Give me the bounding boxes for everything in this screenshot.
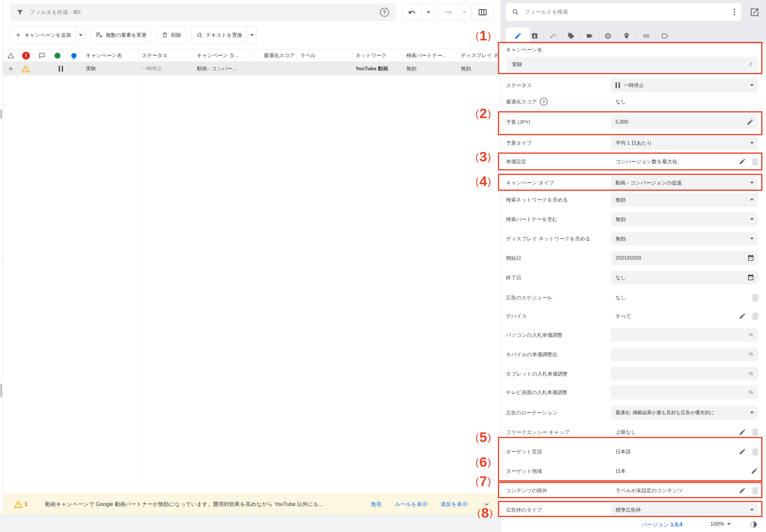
theme-toggle-button[interactable] bbox=[749, 519, 759, 530]
add-campaign-button[interactable]: キャンペーンを追加 bbox=[10, 32, 76, 39]
search-network-dropdown[interactable]: 無効 bbox=[611, 193, 758, 207]
column-campaign-type[interactable]: キャンペーン タ... bbox=[197, 49, 239, 62]
active-column-icon[interactable] bbox=[54, 49, 60, 62]
edit-frequency-cap-button[interactable] bbox=[739, 429, 746, 436]
ad-rotation-label: 広告のローテーション bbox=[506, 409, 558, 416]
end-date-input[interactable]: なし bbox=[611, 271, 758, 284]
edit-budget-button[interactable] bbox=[747, 118, 754, 126]
budget-input[interactable]: 5,000 bbox=[611, 115, 758, 129]
campaign-row[interactable]: 実験 一時停止 動画 - コンバー... YouTube 動画 無効 無効 bbox=[3, 62, 498, 75]
display-network-dropdown[interactable]: 無効 bbox=[611, 232, 758, 246]
budget-value: 5,000 bbox=[616, 119, 628, 125]
edit-target-location-button[interactable] bbox=[751, 467, 758, 475]
annotation-number-5: (5) bbox=[471, 430, 496, 444]
search-partners-dropdown[interactable]: 無効 bbox=[611, 212, 758, 226]
column-display-network[interactable]: ディスプレイ ネ bbox=[461, 49, 499, 62]
column-search-partners[interactable]: 検索パートナー... bbox=[406, 49, 447, 62]
help-icon[interactable]: ? bbox=[380, 8, 389, 17]
content-exclusions-value: ラベルが未設定のコンテンツ bbox=[611, 484, 758, 497]
edit-target-language-button[interactable] bbox=[739, 448, 746, 455]
tab-label-outline[interactable] bbox=[661, 32, 668, 39]
add-row-icon[interactable] bbox=[7, 62, 14, 75]
row-campaign-type[interactable]: 動画 - コンバー... bbox=[197, 62, 236, 75]
row-display-network[interactable]: 無効 bbox=[461, 62, 471, 75]
error-column-icon[interactable]: ! bbox=[22, 49, 30, 62]
pencil-icon bbox=[747, 118, 754, 126]
tv-bid-input[interactable] bbox=[611, 385, 758, 399]
field-row-ad-schedule: 広告のスケジュール なし bbox=[506, 291, 758, 304]
copy-content-exclusions-button[interactable] bbox=[751, 487, 759, 494]
expand-warning-button[interactable] bbox=[483, 500, 491, 508]
row-campaign-name[interactable]: 実験 bbox=[86, 62, 96, 75]
tab-magic-wand[interactable] bbox=[549, 32, 557, 39]
tab-download[interactable] bbox=[531, 32, 538, 39]
edit-multiple-icon bbox=[95, 32, 103, 38]
copy-ad-schedule-button[interactable] bbox=[751, 294, 759, 301]
redo-button[interactable] bbox=[439, 4, 457, 21]
add-menu-button[interactable] bbox=[76, 27, 85, 43]
row-warning-icon[interactable] bbox=[22, 62, 30, 75]
replace-text-button[interactable]: テキストを置換 bbox=[191, 32, 247, 39]
tab-links[interactable] bbox=[643, 32, 650, 39]
desktop-bid-input[interactable] bbox=[611, 328, 758, 342]
version-link[interactable]: バージョン 1.5.4 bbox=[642, 521, 683, 528]
show-violations-link[interactable]: 違反を表示 bbox=[441, 501, 468, 508]
draft-triangle-icon[interactable] bbox=[7, 49, 14, 62]
budget-type-dropdown[interactable]: 平均 1 日あたり bbox=[611, 136, 758, 150]
undo-history-button[interactable] bbox=[421, 4, 435, 21]
mobile-bid-input[interactable] bbox=[611, 347, 758, 361]
add-campaign-button-group: キャンペーンを追加 bbox=[10, 26, 86, 44]
end-date-picker-button[interactable] bbox=[747, 274, 754, 281]
campaign-type-dropdown[interactable]: 動画 - コンバージョンの促進 bbox=[611, 176, 758, 190]
caret-down-icon bbox=[750, 84, 754, 86]
filter-input[interactable]: フィルタを作成 - ⌘F ? bbox=[10, 4, 396, 21]
tab-locations[interactable] bbox=[623, 32, 630, 39]
column-campaign-name[interactable]: キャンペーン名 bbox=[86, 49, 122, 62]
delete-button[interactable]: 削除 bbox=[156, 26, 186, 44]
ignore-link[interactable]: 無視 bbox=[371, 501, 381, 508]
campaign-name-input[interactable]: 実験 2 bbox=[506, 57, 758, 72]
row-search-partners[interactable]: 無効 bbox=[406, 62, 417, 75]
undo-button[interactable] bbox=[403, 4, 421, 21]
gutter-scroll-mark[interactable] bbox=[0, 110, 2, 119]
field-row-mobile-bid: モバイルの単価調整比 % bbox=[506, 347, 758, 361]
inventory-type-dropdown[interactable]: 標準広告枠 bbox=[611, 503, 758, 517]
edit-devices-button[interactable] bbox=[739, 313, 746, 320]
field-search-input[interactable]: フィールドを検索 bbox=[506, 3, 741, 21]
redo-history-button[interactable] bbox=[457, 4, 471, 21]
pencil-icon bbox=[739, 487, 746, 494]
row-status[interactable]: 一時停止 bbox=[142, 62, 162, 75]
tab-targeting[interactable] bbox=[604, 32, 612, 39]
column-status[interactable]: ステータス bbox=[142, 49, 168, 62]
edit-multiple-button[interactable]: 複数の要素を変更 bbox=[90, 26, 152, 44]
gutter-scroll-mark[interactable] bbox=[0, 384, 2, 397]
copy-frequency-cap-button[interactable] bbox=[751, 428, 759, 436]
ad-rotation-dropdown[interactable]: 最適化: 掲載結果が最も良好な広告が優先的に bbox=[611, 406, 758, 420]
row-network[interactable]: YouTube 動画 bbox=[355, 62, 388, 75]
comment-column-icon[interactable] bbox=[38, 49, 45, 62]
start-date-input[interactable]: 2021/02/03 bbox=[611, 251, 758, 265]
copy-target-language-button[interactable] bbox=[751, 448, 759, 455]
column-labels[interactable]: ラベル bbox=[300, 49, 316, 62]
more-menu-icon[interactable] bbox=[734, 9, 735, 16]
show-rules-link[interactable]: ルールを表示 bbox=[395, 501, 427, 508]
copy-devices-button[interactable] bbox=[751, 312, 759, 320]
open-in-window-button[interactable] bbox=[750, 7, 760, 17]
tab-video[interactable] bbox=[586, 32, 593, 39]
help-icon[interactable]: ? bbox=[540, 98, 548, 106]
column-opt-score[interactable]: 最適化スコア bbox=[239, 49, 295, 62]
columns-button[interactable] bbox=[472, 4, 494, 21]
edit-content-exclusions-button[interactable] bbox=[739, 487, 746, 494]
column-network[interactable]: ネットワーク bbox=[355, 49, 387, 62]
tablet-bid-input[interactable] bbox=[611, 367, 758, 381]
idea-column-icon[interactable] bbox=[71, 49, 77, 62]
status-dropdown[interactable]: 一時停止 bbox=[611, 78, 758, 92]
edit-bidding-button[interactable] bbox=[739, 158, 746, 165]
copy-bidding-button[interactable] bbox=[751, 158, 759, 165]
zoom-control[interactable]: 100% bbox=[710, 521, 731, 527]
tab-edit[interactable] bbox=[506, 28, 530, 44]
tab-labels[interactable] bbox=[567, 32, 575, 39]
field-row-devices: デバイス すべて bbox=[506, 309, 758, 323]
replace-menu-button[interactable] bbox=[247, 27, 256, 43]
start-date-picker-button[interactable] bbox=[747, 254, 754, 262]
